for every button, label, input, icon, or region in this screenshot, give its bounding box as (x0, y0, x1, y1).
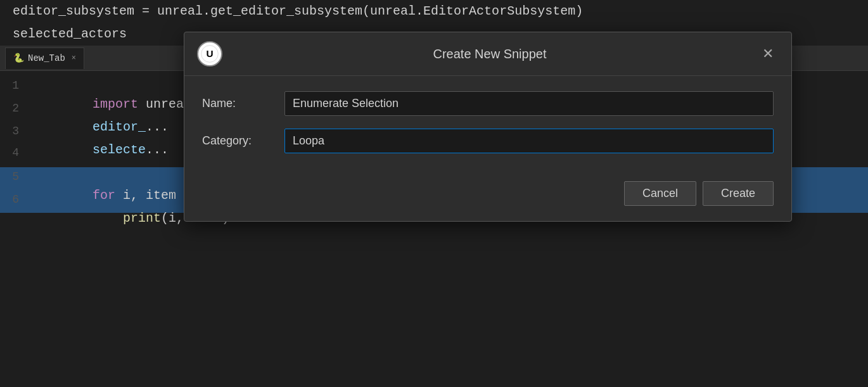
line-number-4: 4 (0, 144, 32, 162)
line6-indent (93, 211, 123, 225)
category-form-row: Category: (202, 129, 774, 153)
python-icon: 🐍 (13, 52, 24, 65)
tab-new-tab[interactable]: 🐍 New_Tab × (5, 48, 84, 69)
top-line-1: editor_subsystem = unreal.get_editor_sub… (0, 0, 868, 23)
tab-label: New_Tab (28, 52, 65, 65)
modal-header: U Create New Snippet ✕ (184, 32, 791, 76)
name-input[interactable] (284, 91, 774, 116)
create-snippet-modal: U Create New Snippet ✕ Name: Category: C… (184, 32, 792, 222)
line-number-2: 2 (0, 100, 32, 117)
cancel-button[interactable]: Cancel (624, 181, 696, 206)
create-button[interactable]: Create (703, 181, 774, 206)
category-input[interactable] (284, 129, 774, 153)
modal-title: Create New Snippet (433, 47, 547, 61)
modal-title-area: Create New Snippet (222, 47, 757, 61)
func-print: print (123, 211, 161, 225)
modal-close-button[interactable]: ✕ (757, 44, 779, 63)
top-line-1-text: editor_subsystem = unreal.get_editor_sub… (13, 2, 583, 21)
line3-var: selecte (93, 143, 146, 157)
line-number-1: 1 (0, 77, 32, 94)
top-line-2-text: selected_actors (13, 25, 127, 44)
line-number-3: 3 (0, 123, 32, 140)
unreal-logo: U (197, 41, 222, 67)
line3-rest: ... (146, 143, 169, 157)
name-form-row: Name: (202, 91, 774, 116)
line-number-6: 6 (0, 191, 32, 208)
tab-close-button[interactable]: × (72, 53, 76, 64)
line-number-5: 5 (0, 168, 32, 186)
svg-text:U: U (206, 48, 213, 59)
name-label: Name: (202, 97, 272, 110)
modal-body: Name: Category: (184, 76, 791, 181)
modal-footer: Cancel Create (184, 181, 791, 221)
category-label: Category: (202, 134, 272, 148)
